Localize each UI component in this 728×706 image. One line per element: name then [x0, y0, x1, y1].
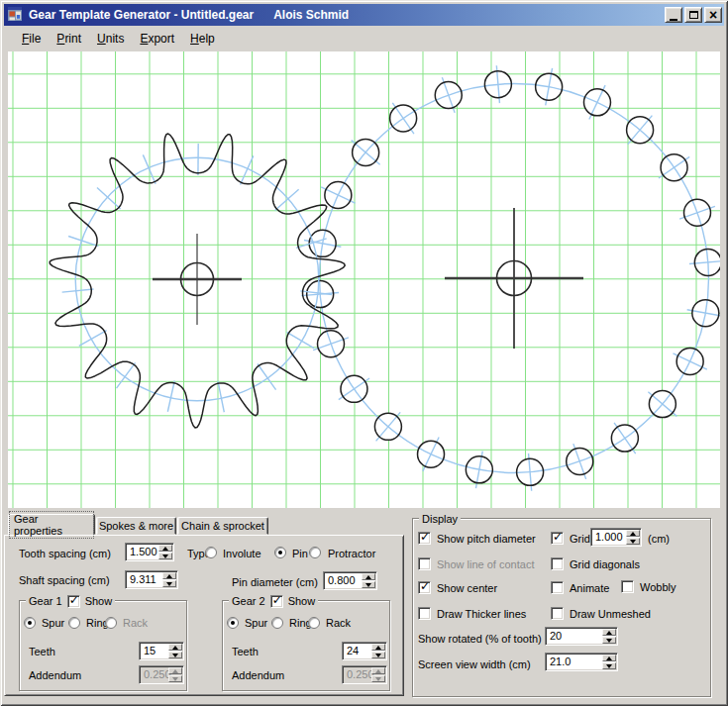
menu-help[interactable]: Help: [182, 30, 223, 48]
gear1-ring-radio[interactable]: [68, 617, 80, 629]
grid-checkbox[interactable]: [551, 532, 564, 545]
animate-checkbox[interactable]: [551, 581, 564, 594]
gear1-show-checkbox[interactable]: [67, 595, 80, 608]
tab-spokes-more[interactable]: Spokes & more: [96, 517, 176, 535]
tooth-spacing-down-icon[interactable]: [158, 553, 172, 559]
show-center-checkbox[interactable]: [418, 581, 431, 594]
gear1-legend: Gear 1 Show: [26, 594, 115, 608]
menu-units[interactable]: Units: [89, 30, 132, 48]
display-groupbox: Display Show pitch diameter Grid 1.000 (…: [412, 518, 711, 697]
show-rotated-up-icon[interactable]: [602, 629, 616, 636]
window-title: Gear Template Generator - Untitled.gear: [29, 8, 254, 22]
gear2-addendum-label: Addendum: [232, 669, 284, 681]
grid-spacing-spinbox[interactable]: 1.000: [590, 528, 642, 547]
gear1-title: Gear 1: [29, 595, 62, 607]
grid-unit-label: (cm): [648, 533, 670, 545]
gear2-addendum-down-icon: [371, 675, 385, 682]
gear1-rack-radio[interactable]: [105, 617, 117, 629]
pin-diameter-up-icon[interactable]: [362, 573, 375, 580]
pin-diameter-down-icon[interactable]: [362, 581, 375, 588]
tab-spokes-more-label: Spokes & more: [99, 520, 173, 532]
grid-diagonals-checkbox[interactable]: [551, 557, 564, 570]
screen-view-width-down-icon[interactable]: [602, 662, 616, 669]
screen-view-width-value: 21.0: [550, 656, 571, 667]
type-pin-radio[interactable]: [274, 547, 286, 558]
grid-spacing-down-icon[interactable]: [626, 538, 640, 545]
animate-label[interactable]: Animate: [570, 582, 609, 594]
wobbly-checkbox[interactable]: [621, 580, 634, 593]
gear1-teeth-spinbox[interactable]: 15: [139, 642, 184, 660]
shaft-spacing-spinbox[interactable]: 9.311: [125, 570, 178, 589]
show-pitch-diameter-checkbox[interactable]: [418, 532, 431, 545]
gear2-teeth-label: Teeth: [232, 646, 259, 657]
grid-diagonals-label[interactable]: Grid diagonals: [570, 558, 640, 570]
type-involute-label[interactable]: Involute: [223, 548, 261, 559]
menu-print[interactable]: Print: [49, 30, 89, 48]
draw-unmeshed-label[interactable]: Draw Unmeshed: [570, 608, 651, 620]
shaft-spacing-down-icon[interactable]: [162, 580, 176, 587]
gear1-teeth-up-icon[interactable]: [168, 644, 182, 651]
gear2-teeth-up-icon[interactable]: [371, 644, 385, 651]
gear1-teeth-value: 15: [144, 645, 156, 656]
tooth-spacing-up-icon[interactable]: [158, 545, 172, 552]
gear2-show-checkbox[interactable]: [270, 595, 283, 608]
draw-thicker-lines-label[interactable]: Draw Thicker lines: [437, 608, 526, 620]
show-center-label[interactable]: Show center: [437, 582, 497, 594]
type-protractor-radio[interactable]: [309, 547, 321, 558]
gear2-spur-radio[interactable]: [227, 617, 239, 629]
minimize-button[interactable]: [665, 7, 682, 23]
screen-view-width-up-icon[interactable]: [602, 655, 616, 661]
type-pin-label[interactable]: Pin: [292, 548, 308, 559]
gear1-addendum-spinbox: 0.250: [139, 665, 184, 684]
display-legend: Display: [419, 512, 461, 526]
gear1-addendum-up-icon: [168, 667, 182, 674]
gear2-teeth-spinbox[interactable]: 24: [342, 642, 387, 660]
show-rotated-down-icon[interactable]: [602, 637, 616, 644]
gear2-show-label[interactable]: Show: [288, 595, 316, 607]
gear2-rack-label[interactable]: Rack: [326, 617, 351, 629]
grid-label[interactable]: Grid: [570, 533, 590, 545]
gear1-teeth-down-icon[interactable]: [168, 652, 182, 658]
tab-chain-sprocket-label: Chain & sprocket: [181, 520, 264, 532]
gear1-show-label[interactable]: Show: [85, 595, 113, 607]
draw-thicker-lines-checkbox[interactable]: [418, 607, 431, 620]
show-line-of-contact-label: Show line of contact: [437, 558, 534, 570]
show-rotated-spinbox[interactable]: 20: [545, 627, 618, 646]
tab-gear-properties[interactable]: Gear properties: [8, 514, 95, 535]
gear2-ring-radio[interactable]: [271, 617, 283, 629]
maximize-button[interactable]: [684, 7, 702, 23]
gear1-spur-radio[interactable]: [24, 617, 36, 629]
close-icon: ×: [709, 9, 717, 21]
grid-spacing-up-icon[interactable]: [626, 530, 640, 537]
wobbly-label[interactable]: Wobbly: [640, 581, 676, 593]
gear1-addendum-value: 0.250: [144, 668, 171, 680]
menu-export[interactable]: Export: [132, 30, 182, 48]
pin-diameter-spinbox[interactable]: 0.800: [323, 571, 377, 590]
maximize-icon: [689, 11, 698, 19]
gear2-teeth-down-icon[interactable]: [371, 652, 385, 658]
shaft-spacing-up-icon[interactable]: [162, 572, 176, 579]
close-button[interactable]: ×: [704, 7, 722, 23]
gear2-addendum-spinbox: 0.250: [342, 665, 387, 684]
shaft-spacing-value: 9.311: [130, 573, 156, 585]
tab-chain-sprocket[interactable]: Chain & sprocket: [177, 517, 268, 535]
window-owner: Alois Schmid: [273, 8, 349, 22]
gear2-groupbox: Gear 2 Show Spur Ring Rack Teeth 24 Adde…: [222, 600, 390, 691]
tab-gear-properties-label: Gear properties: [9, 511, 94, 539]
gear-canvas[interactable]: [8, 51, 720, 508]
tooth-spacing-spinbox[interactable]: 1.500: [125, 543, 174, 561]
draw-unmeshed-checkbox[interactable]: [551, 607, 564, 620]
type-protractor-label[interactable]: Protractor: [328, 548, 375, 559]
gear2-spur-label[interactable]: Spur: [245, 617, 267, 629]
titlebar: Gear Template Generator - Untitled.gear …: [4, 4, 724, 26]
gear2-rack-radio[interactable]: [308, 617, 320, 629]
show-pitch-diameter-label[interactable]: Show pitch diameter: [437, 533, 536, 545]
menu-file[interactable]: File: [14, 30, 49, 48]
show-rotated-label: Show rotated (% of tooth): [418, 633, 542, 645]
gear1-spur-label[interactable]: Spur: [42, 617, 64, 629]
gear2-addendum-value: 0.250: [347, 668, 374, 680]
gear-drawing: [8, 51, 720, 508]
show-rotated-value: 20: [550, 630, 562, 642]
screen-view-width-spinbox[interactable]: 21.0: [545, 653, 618, 671]
type-involute-radio[interactable]: [205, 547, 217, 558]
